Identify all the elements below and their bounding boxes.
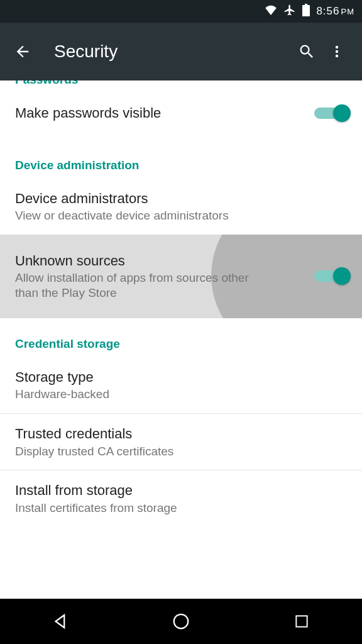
clock-time: 8:56PM	[316, 5, 354, 18]
settings-list[interactable]: Passwords Make passwords visible Device …	[0, 80, 362, 599]
svg-point-1	[336, 50, 338, 53]
back-button[interactable]	[10, 39, 35, 64]
nav-recent-button[interactable]	[289, 609, 314, 634]
battery-icon	[302, 4, 310, 19]
nav-back-button[interactable]	[48, 609, 73, 634]
toggle-unknown-sources[interactable]	[314, 267, 347, 285]
item-subtitle: Install certificates from storage	[15, 501, 347, 516]
nav-home-button[interactable]	[168, 609, 194, 634]
navigation-bar	[0, 599, 362, 644]
svg-rect-4	[296, 616, 307, 626]
item-title: Storage type	[15, 369, 347, 386]
item-install-from-storage[interactable]: Install from storage Install certificate…	[0, 470, 362, 526]
search-button[interactable]	[292, 36, 322, 67]
toggle-make-passwords-visible[interactable]	[314, 104, 347, 122]
item-title: Trusted credentials	[15, 425, 347, 443]
item-make-passwords-visible[interactable]: Make passwords visible	[0, 93, 362, 133]
item-subtitle: Hardware-backed	[15, 387, 347, 402]
section-header-credential-storage: Credential storage	[0, 318, 362, 357]
item-trusted-credentials[interactable]: Trusted credentials Display trusted CA c…	[0, 414, 362, 470]
section-header-device-admin: Device administration	[0, 133, 362, 179]
wifi-icon	[265, 5, 277, 18]
svg-point-3	[174, 614, 189, 629]
status-bar: 8:56PM	[0, 0, 362, 23]
item-title: Install from storage	[15, 482, 347, 499]
item-title: Make passwords visible	[15, 104, 302, 122]
item-subtitle: Allow installation of apps from sources …	[15, 270, 260, 301]
item-unknown-sources[interactable]: Unknown sources Allow installation of ap…	[0, 235, 362, 318]
item-device-administrators[interactable]: Device administrators View or deactivate…	[0, 179, 362, 235]
item-title: Unknown sources	[15, 252, 302, 270]
svg-point-0	[336, 46, 338, 48]
app-bar: Security	[0, 23, 362, 80]
section-header-passwords: Passwords	[0, 80, 362, 93]
page-title: Security	[54, 42, 292, 62]
overflow-menu-button[interactable]	[322, 36, 352, 67]
item-title: Device administrators	[15, 190, 347, 208]
item-storage-type[interactable]: Storage type Hardware-backed	[0, 357, 362, 413]
svg-point-2	[336, 55, 338, 57]
item-subtitle: Display trusted CA certificates	[15, 444, 347, 459]
airplane-icon	[283, 4, 296, 19]
item-subtitle: View or deactivate device administrators	[15, 208, 347, 223]
